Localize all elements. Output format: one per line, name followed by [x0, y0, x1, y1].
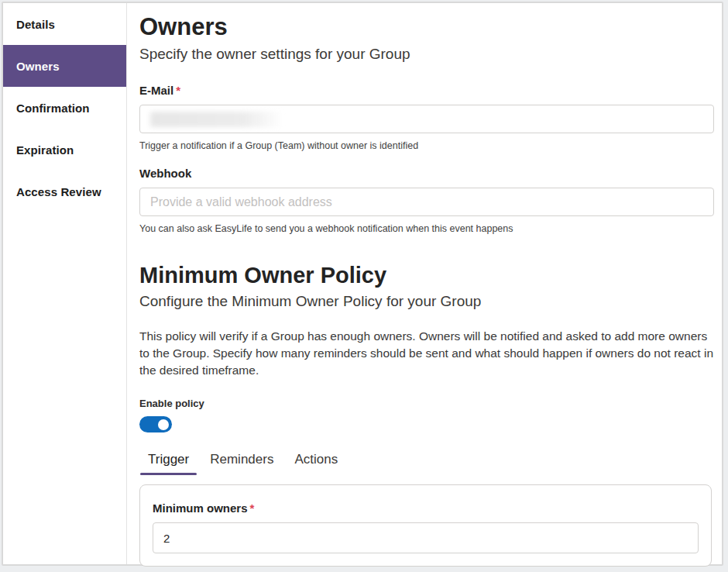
- sidebar-item-owners[interactable]: Owners: [3, 45, 126, 87]
- policy-description: This policy will verify if a Group has e…: [139, 328, 714, 379]
- sidebar-item-confirmation[interactable]: Confirmation: [3, 87, 126, 129]
- owners-settings-content: Owners Specify the owner settings for yo…: [127, 3, 722, 564]
- sidebar-item-label: Expiration: [16, 143, 74, 157]
- email-label-text: E-Mail: [139, 84, 173, 97]
- trigger-tab-panel: Minimum owners*: [139, 484, 712, 567]
- tab-reminders[interactable]: Reminders: [201, 447, 282, 475]
- enable-policy-toggle[interactable]: [139, 416, 172, 432]
- minimum-owners-input[interactable]: [153, 522, 699, 553]
- tab-actions[interactable]: Actions: [286, 447, 346, 475]
- email-label: E-Mail*: [139, 83, 714, 98]
- sidebar-item-expiration[interactable]: Expiration: [3, 129, 126, 171]
- toggle-knob-icon: [158, 419, 169, 430]
- sidebar-item-label: Owners: [16, 60, 60, 73]
- minimum-owners-label-text: Minimum owners: [153, 501, 248, 515]
- minimum-owners-label: Minimum owners*: [153, 501, 699, 515]
- page-subtitle: Specify the owner settings for your Grou…: [139, 43, 714, 64]
- sidebar-item-label: Details: [16, 18, 55, 31]
- email-help-text: Trigger a notification if a Group (Team)…: [139, 140, 714, 152]
- webhook-help-text: You can also ask EasyLife to send you a …: [139, 223, 714, 235]
- redacted-email-value: [150, 112, 283, 127]
- email-field-wrapper: [139, 105, 714, 133]
- page-title: Owners: [139, 12, 714, 42]
- required-asterisk: *: [176, 84, 180, 97]
- webhook-input[interactable]: [139, 188, 714, 216]
- sidebar-item-access-review[interactable]: Access Review: [3, 171, 126, 212]
- sidebar-item-label: Access Review: [16, 185, 101, 198]
- tab-trigger[interactable]: Trigger: [139, 447, 197, 475]
- sidebar-item-label: Confirmation: [16, 102, 90, 115]
- wizard-step-sidebar: Details Owners Confirmation Expiration A…: [3, 3, 127, 564]
- webhook-label: Webhook: [139, 166, 714, 181]
- policy-section-title: Minimum Owner Policy: [139, 261, 714, 289]
- policy-section-subtitle: Configure the Minimum Owner Policy for y…: [139, 291, 714, 312]
- settings-panel: Details Owners Confirmation Expiration A…: [2, 2, 723, 566]
- enable-policy-label: Enable policy: [139, 398, 714, 410]
- sidebar-item-details[interactable]: Details: [3, 3, 126, 45]
- policy-tabs: Trigger Reminders Actions: [139, 447, 714, 475]
- required-asterisk: *: [250, 501, 255, 515]
